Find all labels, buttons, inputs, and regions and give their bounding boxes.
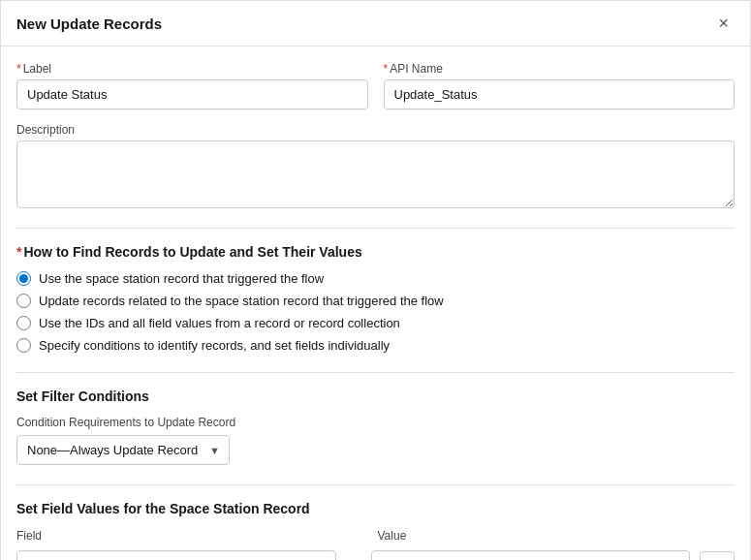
field-col-label-wrapper: Field <box>16 528 329 543</box>
find-records-section: *How to Find Records to Update and Set T… <box>16 244 735 353</box>
find-records-heading: *How to Find Records to Update and Set T… <box>16 244 735 260</box>
condition-select-wrapper: None—Always Update Record All Conditions… <box>16 435 230 465</box>
label-required-star: * <box>16 62 21 76</box>
new-update-records-modal: New Update Records × *Label *API Name <box>0 0 751 560</box>
condition-requirements-label: Condition Requirements to Update Record <box>16 416 735 429</box>
value-input[interactable] <box>371 550 691 560</box>
radio-input-2[interactable] <box>16 294 31 308</box>
find-heading-star: * <box>16 244 21 260</box>
field-value-row: ← 🗑 <box>16 550 735 560</box>
field-col-label: Field <box>16 529 42 543</box>
divider-3 <box>16 484 735 485</box>
api-name-input[interactable] <box>384 79 735 109</box>
api-name-field-label: *API Name <box>384 62 735 76</box>
api-name-group: *API Name <box>384 62 735 109</box>
label-field-label: *Label <box>16 62 368 76</box>
radio-item-4[interactable]: Specify conditions to identify records, … <box>16 338 735 353</box>
description-textarea[interactable] <box>16 140 735 208</box>
filter-conditions-section: Set Filter Conditions Condition Requirem… <box>16 389 735 465</box>
description-group: Description <box>16 123 735 208</box>
label-group: *Label <box>16 62 368 109</box>
modal-title: New Update Records <box>16 16 162 32</box>
delete-row-button[interactable]: 🗑 <box>700 551 735 561</box>
field-values-section: Set Field Values for the Space Station R… <box>16 501 735 560</box>
field-value-col-labels: Field Value <box>16 528 735 543</box>
condition-select[interactable]: None—Always Update Record All Conditions… <box>16 435 230 465</box>
value-col-label-wrapper: Value <box>378 528 691 543</box>
radio-item-3[interactable]: Use the IDs and all field values from a … <box>16 316 735 330</box>
close-button[interactable]: × <box>712 13 735 34</box>
divider-1 <box>16 228 735 229</box>
modal-body: *Label *API Name Description <box>1 47 750 560</box>
value-col-label: Value <box>378 529 407 543</box>
api-required-star: * <box>384 62 389 76</box>
label-apiname-row: *Label *API Name <box>16 62 735 109</box>
radio-input-1[interactable] <box>16 271 31 286</box>
radio-item-1[interactable]: Use the space station record that trigge… <box>16 271 735 286</box>
radio-input-3[interactable] <box>16 316 31 330</box>
find-records-radio-group: Use the space station record that trigge… <box>16 271 735 353</box>
description-label: Description <box>16 123 735 137</box>
arrow-icon: ← <box>346 557 361 561</box>
label-input[interactable] <box>16 79 368 109</box>
divider-2 <box>16 372 735 373</box>
radio-input-4[interactable] <box>16 338 31 353</box>
modal-header: New Update Records × <box>1 1 750 47</box>
value-input-wrapper <box>371 550 691 560</box>
radio-item-2[interactable]: Update records related to the space stat… <box>16 294 735 308</box>
field-values-heading: Set Field Values for the Space Station R… <box>16 501 735 516</box>
filter-section-heading: Set Filter Conditions <box>16 389 735 404</box>
field-input-wrapper <box>16 550 336 560</box>
basic-info-section: *Label *API Name Description <box>16 62 735 208</box>
field-input[interactable] <box>16 550 336 560</box>
